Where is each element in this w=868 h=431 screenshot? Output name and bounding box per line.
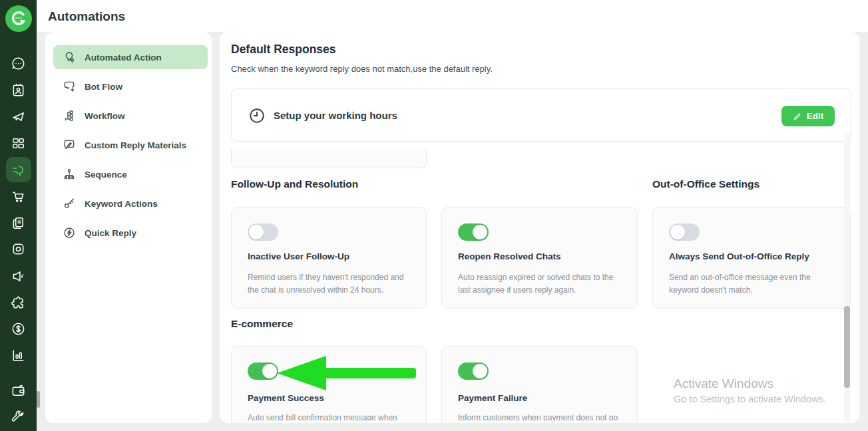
- toggle-knob: [262, 364, 277, 378]
- card-payment-failure: Payment Failure Inform customers when pa…: [441, 346, 638, 423]
- menu-item-label: Keyword Actions: [85, 199, 158, 209]
- pages-icon[interactable]: [6, 210, 31, 235]
- menu-item-quick-reply[interactable]: Quick Reply: [53, 221, 208, 245]
- automation-menu-panel: Automated Action Bot Flow Workflow Custo…: [45, 32, 212, 423]
- billing-dollar-icon[interactable]: [6, 316, 31, 341]
- card-title: Inactive User Follow-Up: [248, 251, 349, 261]
- menu-item-label: Bot Flow: [85, 82, 122, 92]
- menu-item-bot-flow[interactable]: Bot Flow: [53, 74, 208, 98]
- workflow-icon: [63, 109, 76, 122]
- menu-item-workflow[interactable]: Workflow: [53, 104, 208, 128]
- quick-reply-icon: [63, 226, 76, 239]
- working-hours-label: Setup your working hours: [274, 110, 397, 121]
- card-always-send-ooo-reply: Always Send Out-of-Office Reply Send an …: [652, 207, 851, 309]
- working-hours-card: Setup your working hours Edit: [231, 88, 851, 142]
- clock-icon: [248, 107, 266, 124]
- card-title: Payment Failure: [458, 393, 527, 403]
- bot-flow-icon: [63, 80, 76, 93]
- highlight-arrow-body: [325, 368, 416, 378]
- left-scrollbar-thumb[interactable]: [37, 391, 40, 408]
- section-heading-followup: Follow-Up and Resolution: [231, 178, 358, 190]
- scrolled-card-bottom: [231, 150, 427, 168]
- page-header: Automations: [37, 0, 868, 32]
- card-description: Send an out-of-office message even the k…: [669, 271, 837, 296]
- menu-item-label: Workflow: [85, 111, 125, 121]
- highlight-arrow-head: [277, 356, 326, 390]
- automated-action-icon: [63, 51, 76, 64]
- section-heading-out-of-office: Out-of-Office Settings: [652, 178, 760, 190]
- menu-item-sequence[interactable]: Sequence: [53, 162, 208, 186]
- cart-icon[interactable]: [6, 184, 31, 209]
- keyword-actions-icon: [63, 197, 76, 210]
- always-send-ooo-reply-toggle[interactable]: [669, 223, 700, 241]
- menu-item-label: Custom Reply Materials: [85, 140, 186, 150]
- campaign-send-icon[interactable]: [6, 104, 31, 129]
- payment-success-toggle[interactable]: [248, 362, 278, 380]
- card-description: Remind users if they haven't responded a…: [248, 271, 413, 296]
- analytics-chart-icon[interactable]: [6, 343, 31, 368]
- edit-working-hours-button[interactable]: Edit: [781, 106, 835, 126]
- card-inactive-user-followup: Inactive User Follow-Up Remind users if …: [231, 207, 427, 309]
- app-sidebar: [0, 0, 37, 431]
- activate-windows-watermark-sub: Go to Settings to activate Windows.: [674, 394, 826, 404]
- contacts-icon[interactable]: [6, 77, 31, 102]
- card-title: Always Send Out-of-Office Reply: [669, 251, 809, 261]
- toggle-knob: [473, 364, 487, 378]
- edit-button-label: Edit: [807, 111, 824, 121]
- toggle-knob: [473, 225, 487, 239]
- custom-reply-materials-icon: [63, 138, 76, 152]
- menu-item-label: Automated Action: [85, 53, 162, 63]
- wallet-icon[interactable]: [6, 378, 31, 403]
- section-subheading: Check when the keyword reply does not ma…: [231, 64, 493, 74]
- sequence-icon: [63, 168, 76, 181]
- card-description: Auto send bill confirmation message when…: [248, 412, 413, 420]
- brand-logo[interactable]: [5, 5, 32, 32]
- inactive-user-followup-toggle[interactable]: [248, 223, 278, 241]
- section-heading-default-responses: Default Responses: [231, 43, 336, 57]
- activate-windows-watermark: Activate Windows: [674, 376, 773, 391]
- card-description: Auto reassign expired or solved chats to…: [458, 271, 624, 296]
- menu-item-label: Quick Reply: [85, 228, 136, 238]
- page-title: Automations: [48, 9, 125, 24]
- broadcast-icon[interactable]: [6, 263, 31, 289]
- card-title: Payment Success: [248, 393, 324, 403]
- menu-item-label: Sequence: [85, 170, 127, 180]
- section-heading-ecommerce: E-commerce: [231, 318, 293, 330]
- content-scrollbar-track[interactable]: [844, 133, 850, 423]
- menu-item-automated-action[interactable]: Automated Action: [53, 45, 208, 69]
- pencil-icon: [793, 112, 802, 121]
- card-reopen-resolved-chats: Reopen Resolved Chats Auto reassign expi…: [441, 207, 638, 309]
- brand-c-icon: [10, 10, 27, 27]
- default-responses-panel: Default Responses Check when the keyword…: [220, 32, 859, 423]
- chat-icon[interactable]: [6, 51, 31, 76]
- integrations-puzzle-icon[interactable]: [6, 290, 31, 315]
- menu-item-custom-reply-materials[interactable]: Custom Reply Materials: [53, 133, 208, 157]
- card-payment-success: Payment Success Auto send bill confirmat…: [231, 346, 427, 423]
- payment-failure-toggle[interactable]: [458, 362, 489, 380]
- instagram-icon[interactable]: [6, 236, 31, 261]
- automation-plug-icon[interactable]: [6, 157, 31, 182]
- toggle-knob: [249, 225, 264, 239]
- content-scrollbar-thumb[interactable]: [844, 306, 850, 388]
- layout-grid-icon[interactable]: [6, 130, 31, 156]
- reopen-resolved-chats-toggle[interactable]: [458, 223, 489, 241]
- toggle-knob: [670, 225, 685, 239]
- card-title: Reopen Resolved Chats: [458, 251, 561, 261]
- menu-item-keyword-actions[interactable]: Keyword Actions: [53, 192, 208, 216]
- settings-wrench-icon[interactable]: [6, 403, 31, 428]
- card-description: Inform customers when payment does not g…: [458, 412, 624, 420]
